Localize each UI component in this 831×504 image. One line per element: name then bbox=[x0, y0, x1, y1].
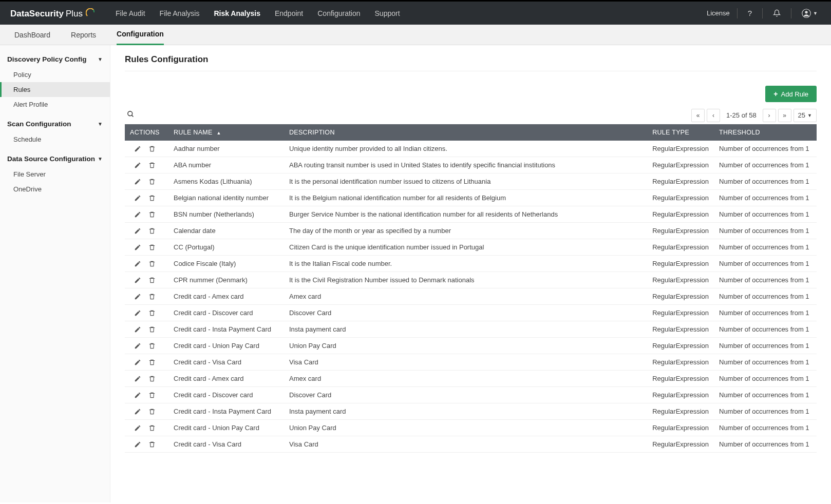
cell-rule-type: RegularExpression bbox=[647, 387, 714, 403]
cell-rule-type: RegularExpression bbox=[647, 190, 714, 206]
edit-icon[interactable] bbox=[134, 162, 141, 169]
table-row: Credit card - Union Pay CardUnion Pay Ca… bbox=[125, 338, 817, 354]
cell-rule-name: Credit card - Union Pay Card bbox=[168, 338, 284, 354]
delete-icon[interactable] bbox=[148, 392, 156, 399]
caret-down-icon: ▼ bbox=[807, 113, 812, 118]
cell-rule-name: Credit card - Discover card bbox=[168, 305, 284, 321]
cell-threshold: Number of occurrences from 1 bbox=[714, 173, 817, 190]
col-header-rule-name[interactable]: RULE NAME ▲ bbox=[168, 124, 284, 141]
delete-icon[interactable] bbox=[148, 162, 156, 169]
delete-icon[interactable] bbox=[148, 277, 156, 284]
table-row: Credit card - Amex cardAmex cardRegularE… bbox=[125, 371, 817, 387]
topnav-item-file-audit[interactable]: File Audit bbox=[116, 9, 145, 17]
edit-icon[interactable] bbox=[134, 145, 141, 152]
edit-icon[interactable] bbox=[134, 342, 141, 350]
delete-icon[interactable] bbox=[148, 293, 156, 300]
sidebar-section-header[interactable]: Data Source Configuration▼ bbox=[0, 151, 110, 167]
sidebar-item-policy[interactable]: Policy bbox=[0, 67, 110, 82]
delete-icon[interactable] bbox=[148, 145, 156, 152]
first-page-button[interactable]: « bbox=[691, 109, 705, 122]
delete-icon[interactable] bbox=[148, 309, 156, 317]
cell-rule-type: RegularExpression bbox=[647, 239, 714, 256]
edit-icon[interactable] bbox=[134, 441, 141, 448]
delete-icon[interactable] bbox=[148, 211, 156, 218]
edit-icon[interactable] bbox=[134, 227, 141, 235]
col-name-label: RULE NAME bbox=[174, 129, 213, 136]
edit-icon[interactable] bbox=[134, 375, 141, 382]
subnav-item-reports[interactable]: Reports bbox=[71, 25, 96, 45]
cell-rule-name: Codice Fiscale (Italy) bbox=[168, 256, 284, 272]
topnav-item-configuration[interactable]: Configuration bbox=[317, 9, 360, 17]
col-header-threshold[interactable]: THRESHOLD bbox=[714, 124, 817, 141]
edit-icon[interactable] bbox=[134, 408, 141, 415]
cell-rule-name: BSN number (Netherlands) bbox=[168, 206, 284, 223]
sidebar-item-rules[interactable]: Rules bbox=[0, 82, 110, 97]
delete-icon[interactable] bbox=[148, 260, 156, 267]
delete-icon[interactable] bbox=[148, 408, 156, 415]
sidebar-item-schedule[interactable]: Schedule bbox=[0, 132, 110, 147]
edit-icon[interactable] bbox=[134, 195, 141, 202]
delete-icon[interactable] bbox=[148, 227, 156, 235]
divider bbox=[762, 8, 763, 18]
cell-rule-type: RegularExpression bbox=[647, 173, 714, 190]
divider bbox=[737, 8, 738, 18]
delete-icon[interactable] bbox=[148, 342, 156, 350]
table-row: Credit card - Insta Payment CardInsta pa… bbox=[125, 321, 817, 338]
delete-icon[interactable] bbox=[148, 375, 156, 382]
table-row: Credit card - Discover cardDiscover Card… bbox=[125, 305, 817, 321]
sidebar-item-alert-profile[interactable]: Alert Profile bbox=[0, 97, 110, 112]
table-row: Credit card - Insta Payment CardInsta pa… bbox=[125, 403, 817, 420]
delete-icon[interactable] bbox=[148, 178, 156, 185]
help-icon[interactable]: ? bbox=[745, 9, 755, 17]
edit-icon[interactable] bbox=[134, 359, 141, 366]
edit-icon[interactable] bbox=[134, 392, 141, 399]
last-page-button[interactable]: » bbox=[778, 109, 791, 122]
table-row: Credit card - Union Pay CardUnion Pay Ca… bbox=[125, 420, 817, 436]
edit-icon[interactable] bbox=[134, 211, 141, 218]
edit-icon[interactable] bbox=[134, 424, 141, 432]
bell-icon[interactable] bbox=[770, 9, 784, 17]
license-link[interactable]: License bbox=[707, 9, 730, 17]
topnav-item-support[interactable]: Support bbox=[375, 9, 400, 17]
col-header-description[interactable]: DESCRIPTION bbox=[284, 124, 647, 141]
sidebar-item-file-server[interactable]: File Server bbox=[0, 167, 110, 182]
topnav-item-file-analysis[interactable]: File Analysis bbox=[160, 9, 200, 17]
table-row: ABA numberABA routing transit number is … bbox=[125, 157, 817, 173]
delete-icon[interactable] bbox=[148, 441, 156, 448]
cell-rule-type: RegularExpression bbox=[647, 436, 714, 453]
edit-icon[interactable] bbox=[134, 244, 141, 251]
delete-icon[interactable] bbox=[148, 195, 156, 202]
cell-threshold: Number of occurrences from 1 bbox=[714, 256, 817, 272]
subnav-item-dashboard[interactable]: DashBoard bbox=[14, 25, 50, 45]
delete-icon[interactable] bbox=[148, 424, 156, 432]
delete-icon[interactable] bbox=[148, 326, 156, 333]
table-row: Codice Fiscale (Italy)It is the Italian … bbox=[125, 256, 817, 272]
topnav-item-risk-analysis[interactable]: Risk Analysis bbox=[214, 9, 260, 17]
sidebar-section-header[interactable]: Scan Configuration▼ bbox=[0, 116, 110, 132]
cell-threshold: Number of occurrences from 1 bbox=[714, 403, 817, 420]
delete-icon[interactable] bbox=[148, 359, 156, 366]
cell-rule-type: RegularExpression bbox=[647, 354, 714, 371]
edit-icon[interactable] bbox=[134, 178, 141, 185]
edit-icon[interactable] bbox=[134, 277, 141, 284]
edit-icon[interactable] bbox=[134, 326, 141, 333]
cell-rule-type: RegularExpression bbox=[647, 141, 714, 157]
col-header-rule-type[interactable]: RULE TYPE bbox=[647, 124, 714, 141]
add-rule-button[interactable]: + Add Rule bbox=[765, 86, 817, 102]
cell-rule-name: Credit card - Discover card bbox=[168, 387, 284, 403]
edit-icon[interactable] bbox=[134, 309, 141, 317]
subnav-item-configuration[interactable]: Configuration bbox=[117, 25, 164, 45]
delete-icon[interactable] bbox=[148, 244, 156, 251]
user-menu[interactable]: ▼ bbox=[799, 9, 821, 18]
cell-description: Union Pay Card bbox=[284, 420, 647, 436]
edit-icon[interactable] bbox=[134, 293, 141, 300]
sidebar-section-header[interactable]: Discovery Policy Config▼ bbox=[0, 51, 110, 67]
topnav-item-endpoint[interactable]: Endpoint bbox=[275, 9, 303, 17]
page-size-select[interactable]: 25 ▼ bbox=[794, 109, 817, 122]
edit-icon[interactable] bbox=[134, 260, 141, 267]
sidebar-item-onedrive[interactable]: OneDrive bbox=[0, 182, 110, 197]
next-page-button[interactable]: › bbox=[763, 109, 776, 122]
prev-page-button[interactable]: ‹ bbox=[707, 109, 720, 122]
cell-description: It is the Belgium national identificatio… bbox=[284, 190, 647, 206]
search-icon[interactable] bbox=[125, 108, 137, 122]
